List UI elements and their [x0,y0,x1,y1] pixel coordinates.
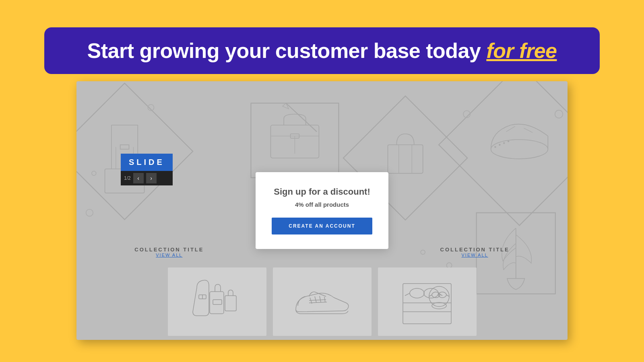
popup-overlay: Sign up for a discount! 4% off all produ… [76,81,568,340]
banner-text: Start growing your customer base today f… [87,39,557,63]
popup-subtitle: 4% off all products [272,201,372,208]
banner-text-emphasis: for free [486,39,557,62]
ecommerce-preview: SLIDE 1/2 ‹ › COLLECTION TITLE VIEW ALL … [76,81,568,340]
discount-popup: Sign up for a discount! 4% off all produ… [256,172,388,249]
popup-title: Sign up for a discount! [272,187,372,197]
create-account-button[interactable]: CREATE AN ACCOUNT [272,218,372,234]
banner-text-main: Start growing your customer base today [87,39,487,62]
promo-banner: Start growing your customer base today f… [44,27,600,74]
